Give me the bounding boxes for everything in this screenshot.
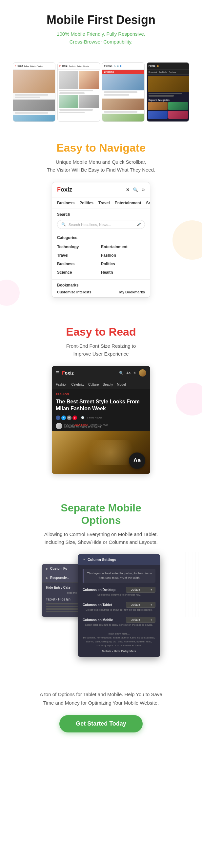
article-logo: Foxiz bbox=[62, 370, 74, 376]
nav-settings-icon: ⚙ bbox=[141, 188, 145, 192]
min-read: 6 MIN READ bbox=[87, 416, 102, 419]
hamburger-icon: ☰ bbox=[56, 371, 59, 375]
categories-grid: Technology Entertainment Travel Fashion … bbox=[52, 242, 150, 279]
article-search-icon: 🔍 bbox=[119, 371, 124, 375]
categories-section-title: Categories bbox=[52, 232, 150, 242]
nav-close-icon: ✕ bbox=[126, 187, 129, 192]
email-icon: ✉ bbox=[67, 415, 71, 420]
mobile-options-description: Allowing to Control Everything on Mobile… bbox=[10, 530, 192, 546]
search-section-title: Search bbox=[52, 209, 150, 218]
mobile-options-section: Separate MobileOptions Allowing to Contr… bbox=[0, 489, 202, 681]
mobile-options-title: Separate MobileOptions bbox=[10, 502, 192, 527]
author-avatar bbox=[56, 423, 62, 429]
read-description: Front-End Font Size Resizing toImprove U… bbox=[10, 342, 192, 358]
tablet-label: Columns on Tablet bbox=[83, 603, 112, 607]
mobile-first-title: Mobile First Design bbox=[10, 13, 192, 27]
screenshots-row: F OXIZ Follow Entert... Topics bbox=[0, 56, 202, 128]
mobile-label: Columns on Mobile bbox=[83, 618, 113, 622]
search-bar-mock: 🔍 Search Headlines, News... 🎤 bbox=[57, 220, 145, 229]
settings-front-panel: ▼ Column Settings This layout is best su… bbox=[78, 554, 160, 657]
font-resize-badge[interactable]: Aa bbox=[129, 453, 145, 469]
article-sun-icon: ☀ bbox=[133, 371, 137, 375]
twitter-icon: t bbox=[61, 415, 66, 420]
bottom-description: A ton of Options for Tablet and Mobile. … bbox=[13, 690, 189, 707]
screenshot-3: FOXIZ. 🔍⚙️👤 Breaking bbox=[102, 62, 145, 122]
mic-icon: 🎤 bbox=[137, 223, 141, 226]
screenshot-2: F OXIZ Celebri... Culture Beauty bbox=[57, 62, 100, 122]
article-mockup: ☰ Foxiz 🔍 Aa ☀ Fashion Celebrity Culture… bbox=[52, 366, 150, 474]
search-placeholder: Search Headlines, News... bbox=[68, 223, 111, 226]
easy-read-section: Easy to Read Front-End Font Size Resizin… bbox=[0, 312, 202, 489]
navigate-title: Easy to Navigate bbox=[10, 142, 192, 154]
bookmarks-section: Bookmarks Customize Interests My Bookmar… bbox=[52, 279, 150, 297]
nav-search-icon: 🔍 bbox=[133, 187, 138, 192]
mobile-first-section: Mobile First Design 100% Mobile Friendly… bbox=[0, 0, 202, 56]
pinterest-icon: p bbox=[73, 415, 77, 420]
search-icon: 🔍 bbox=[61, 222, 66, 226]
facebook-icon: f bbox=[56, 415, 60, 420]
settings-mockup: ▶ Custom Fo ▶ Responsiv... Hide Entry Ca… bbox=[42, 554, 160, 665]
nav-top-links: Business Politics Travel Entertainment S… bbox=[52, 197, 150, 209]
navigate-description: Unique Mobile Menu and Quick Scrollbar,T… bbox=[10, 158, 192, 174]
read-title: Easy to Read bbox=[10, 326, 192, 338]
screenshot-4: FOXIZ 🍔 BreakfastCocktailsRecipes Explor… bbox=[147, 62, 189, 122]
mobile-first-subtitle: 100% Mobile Friendly, Fully Responsive,C… bbox=[10, 30, 192, 46]
mock-logo-1: F bbox=[15, 65, 16, 67]
article-mock-nav: Fashion Celebrity Culture Beauty Model bbox=[52, 380, 150, 389]
screenshot-1: F OXIZ Follow Entert... Topics bbox=[13, 62, 55, 122]
bottom-section: A ton of Options for Tablet and Mobile. … bbox=[0, 680, 202, 746]
nav-menu-mockup: Foxiz ✕ 🔍 ⚙ Business Politics Travel Ent… bbox=[52, 182, 150, 298]
article-title: The Best Street Style Looks From Milan F… bbox=[52, 397, 150, 415]
article-author: POSTED ALEXIS RAN - 3 MONTHS AGO UPDATED… bbox=[52, 423, 150, 431]
nav-mock-logo: Foxiz bbox=[57, 186, 72, 193]
easy-navigate-section: Easy to Navigate Unique Mobile Menu and … bbox=[0, 128, 202, 312]
article-meta: f t ✉ p 🕐 6 MIN READ bbox=[52, 415, 150, 423]
column-settings-title: Column Settings bbox=[88, 558, 116, 561]
desktop-label: Columns on Desktop bbox=[83, 588, 115, 592]
get-started-button[interactable]: Get Started Today bbox=[59, 715, 143, 733]
decorative-lines bbox=[182, 552, 202, 617]
article-tag: FASHION bbox=[52, 389, 150, 397]
